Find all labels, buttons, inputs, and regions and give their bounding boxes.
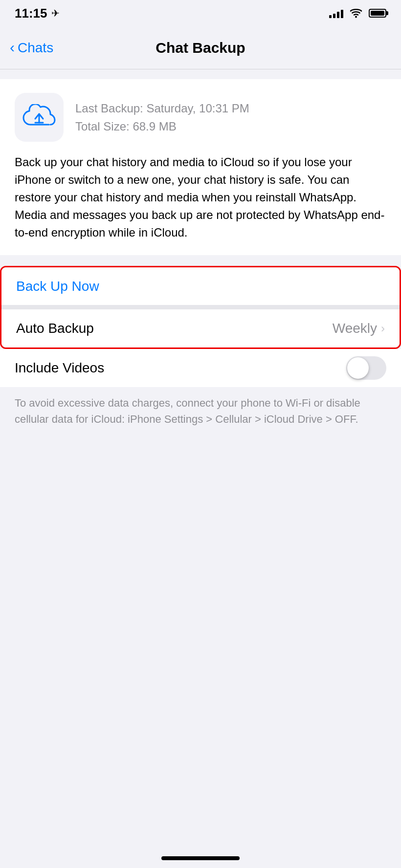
backup-description: Back up your chat history and media to i…	[15, 153, 386, 241]
auto-backup-label: Auto Backup	[16, 321, 94, 336]
auto-backup-value: Weekly ›	[333, 321, 385, 336]
include-videos-row: Include Videos	[0, 349, 401, 387]
nav-bar: ‹ Chats Chat Backup	[0, 26, 401, 69]
back-chevron-icon: ‹	[10, 40, 15, 55]
signal-bar-1	[329, 15, 332, 18]
page-title: Chat Backup	[156, 40, 245, 56]
svg-point-0	[355, 16, 357, 18]
signal-bar-3	[337, 12, 339, 18]
auto-backup-frequency: Weekly	[333, 321, 377, 336]
signal-bars	[329, 8, 343, 18]
backup-settings-section: Back Up Now Auto Backup Weekly › Include…	[0, 266, 401, 387]
section-divider	[1, 305, 400, 309]
highlighted-settings-card: Back Up Now Auto Backup Weekly ›	[0, 266, 401, 349]
last-backup-text: Last Backup: Saturday, 10:31 PM	[75, 101, 249, 116]
back-label: Chats	[18, 40, 53, 56]
back-button[interactable]: ‹ Chats	[10, 40, 53, 56]
signal-bar-4	[341, 10, 343, 18]
location-icon: ✈︎	[51, 7, 60, 19]
include-videos-toggle-container[interactable]	[346, 356, 386, 380]
backup-summary: Last Backup: Saturday, 10:31 PM Total Si…	[15, 93, 386, 142]
back-up-now-row[interactable]: Back Up Now	[1, 267, 400, 305]
battery-fill	[371, 11, 384, 16]
status-icons	[329, 8, 386, 19]
total-size-text: Total Size: 68.9 MB	[75, 119, 249, 134]
home-indicator	[161, 856, 240, 860]
cloud-icon-container	[15, 93, 64, 142]
wifi-icon	[349, 8, 363, 19]
backup-info-section: Last Backup: Saturday, 10:31 PM Total Si…	[0, 79, 401, 255]
back-up-now-label: Back Up Now	[16, 279, 99, 294]
include-videos-label: Include Videos	[15, 360, 104, 376]
time-display: 11:15	[15, 6, 47, 21]
battery-icon	[369, 9, 386, 18]
include-videos-toggle[interactable]	[346, 356, 386, 380]
auto-backup-row[interactable]: Auto Backup Weekly ›	[1, 309, 400, 347]
footer-note-text: To avoid excessive data charges, connect…	[15, 397, 360, 425]
status-time: 11:15 ✈︎	[15, 6, 60, 21]
signal-bar-2	[333, 14, 335, 18]
chevron-right-icon: ›	[381, 322, 385, 335]
status-bar: 11:15 ✈︎	[0, 0, 401, 26]
icloud-icon	[22, 104, 56, 130]
toggle-knob	[347, 357, 369, 379]
backup-metadata: Last Backup: Saturday, 10:31 PM Total Si…	[75, 101, 249, 134]
footer-note: To avoid excessive data charges, connect…	[0, 387, 401, 427]
